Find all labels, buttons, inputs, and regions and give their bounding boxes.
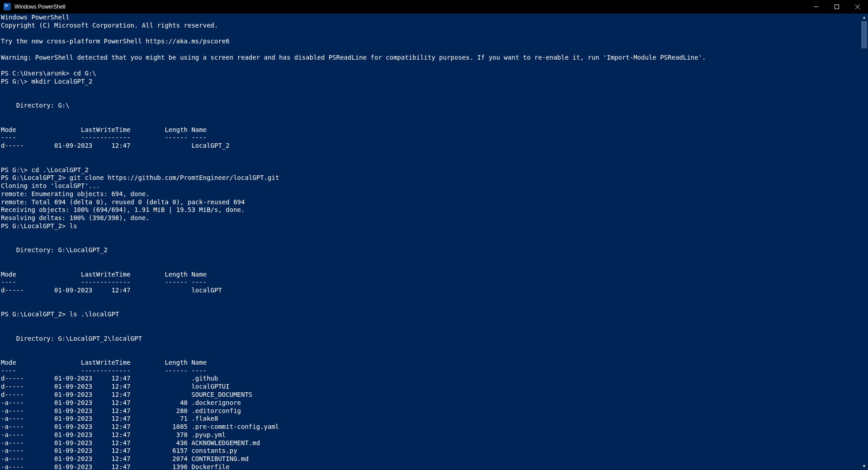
prompt: PS G:\LocalGPT_2> <box>1 310 66 318</box>
table-row: -a---- 01-09-2023 12:47 378 .pyup.yml <box>1 431 226 438</box>
scrollbar-thumb[interactable] <box>861 21 867 48</box>
git-output: Receiving objects: 100% (694/694), 1.91 … <box>1 206 245 213</box>
table-header-sep: ---- ------------- ------ ---- <box>1 134 207 141</box>
directory-header: Directory: G:\LocalGPT_2\localGPT <box>1 335 142 342</box>
prompt: PS G:\LocalGPT_2> <box>1 174 66 181</box>
table-row: -a---- 01-09-2023 12:47 2074 CONTRIBUTIN… <box>1 455 249 462</box>
command: cd .\LocalGPT_2 <box>31 166 88 174</box>
banner-line: Warning: PowerShell detected that you mi… <box>1 54 706 61</box>
table-header: Mode LastWriteTime Length Name <box>1 271 207 278</box>
powershell-icon <box>4 3 11 10</box>
banner-line: Copyright (C) Microsoft Corporation. All… <box>1 22 218 29</box>
table-row: -a---- 01-09-2023 12:47 1396 Dockerfile <box>1 463 230 470</box>
svg-rect-1 <box>835 5 839 9</box>
table-row: d----- 01-09-2023 12:47 localGPT <box>1 287 222 294</box>
git-output: Cloning into 'localGPT'... <box>1 182 100 189</box>
git-output: remote: Total 694 (delta 0), reused 0 (d… <box>1 198 245 206</box>
prompt: PS G:\> <box>1 166 28 174</box>
table-row: d----- 01-09-2023 12:47 localGPTUI <box>1 383 230 390</box>
prompt: PS C:\Users\arunk> <box>1 70 70 77</box>
table-header-sep: ---- ------------- ------ ---- <box>1 278 207 286</box>
table-row: -a---- 01-09-2023 12:47 1085 .pre-commit… <box>1 423 279 430</box>
directory-header: Directory: G:\LocalGPT_2 <box>1 246 108 254</box>
table-row: d----- 01-09-2023 12:47 SOURCE_DOCUMENTS <box>1 391 252 398</box>
table-row: d----- 01-09-2023 12:47 .github <box>1 375 218 382</box>
table-row: d----- 01-09-2023 12:47 LocalGPT_2 <box>1 142 230 149</box>
terminal-output[interactable]: Windows PowerShell Copyright (C) Microso… <box>0 14 868 470</box>
table-header: Mode LastWriteTime Length Name <box>1 359 207 366</box>
banner-line: Try the new cross-platform PowerShell ht… <box>1 38 230 45</box>
table-row: -a---- 01-09-2023 12:47 280 .editorconfi… <box>1 407 241 414</box>
command: mkdir LocalGPT_2 <box>31 78 92 85</box>
command: ls .\localGPT <box>70 310 119 318</box>
command: git clone https://github.com/PromtEngine… <box>70 174 279 181</box>
table-row: -a---- 01-09-2023 12:47 71 .flake8 <box>1 415 218 422</box>
command: cd G:\ <box>73 70 96 77</box>
git-output: remote: Enumerating objects: 694, done. <box>1 190 150 197</box>
table-header: Mode LastWriteTime Length Name <box>1 126 207 133</box>
table-header-sep: ---- ------------- ------ ---- <box>1 367 207 374</box>
scroll-up-arrow-icon[interactable]: ▲ <box>860 14 868 21</box>
scrollbar-track[interactable] <box>860 21 868 462</box>
window-controls <box>806 0 868 14</box>
command: ls <box>70 222 77 230</box>
directory-header: Directory: G:\ <box>1 102 70 109</box>
git-output: Resolving deltas: 100% (398/398), done. <box>1 214 150 221</box>
scroll-down-arrow-icon[interactable]: ▼ <box>860 462 868 470</box>
close-button[interactable] <box>847 0 868 14</box>
window-titlebar: Windows PowerShell <box>0 0 868 14</box>
prompt: PS G:\LocalGPT_2> <box>1 222 66 230</box>
prompt: PS G:\> <box>1 78 28 85</box>
vertical-scrollbar[interactable]: ▲ ▼ <box>860 14 868 470</box>
table-row: -a---- 01-09-2023 12:47 436 ACKNOWLEDGEM… <box>1 439 260 446</box>
table-row: -a---- 01-09-2023 12:47 48 .dockerignore <box>1 399 241 406</box>
banner-line: Windows PowerShell <box>1 14 70 21</box>
minimize-button[interactable] <box>806 0 826 14</box>
maximize-button[interactable] <box>826 0 847 14</box>
table-row: -a---- 01-09-2023 12:47 6157 constants.p… <box>1 447 237 454</box>
window-title: Windows PowerShell <box>14 4 66 10</box>
